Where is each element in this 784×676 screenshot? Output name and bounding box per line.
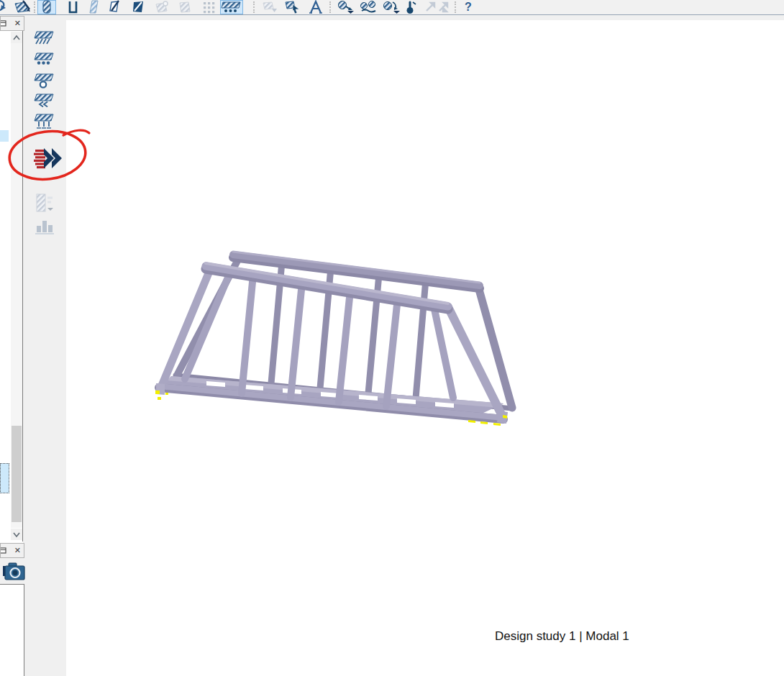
top-toolbar: ? bbox=[0, 0, 784, 15]
velocity-icon[interactable] bbox=[32, 144, 65, 173]
supports-icon[interactable] bbox=[220, 0, 243, 14]
force-load-icon[interactable] bbox=[335, 0, 355, 14]
app-window: { "toolbar": { "help_glyph": "?", "items… bbox=[0, 0, 784, 676]
top-panel-header: ✕ bbox=[0, 16, 24, 31]
measure-icon[interactable] bbox=[306, 0, 325, 14]
slider-support-icon[interactable] bbox=[33, 90, 56, 110]
toolbar-separator bbox=[329, 1, 331, 13]
top-panel bbox=[0, 31, 23, 542]
mesh-refine-icon[interactable] bbox=[152, 0, 171, 14]
bottom-panel-header: ✕ bbox=[0, 543, 24, 558]
rotation-load-icon[interactable] bbox=[380, 0, 401, 14]
pick-material-icon[interactable] bbox=[283, 0, 302, 14]
tree-item-highlight[interactable] bbox=[0, 130, 9, 142]
sketch-part-icon[interactable] bbox=[106, 0, 125, 14]
model-viewport[interactable] bbox=[66, 20, 784, 676]
ball-support-icon[interactable] bbox=[33, 70, 56, 90]
toolbar-lower-band bbox=[0, 15, 784, 20]
scroll-down-icon[interactable] bbox=[11, 529, 22, 540]
toolbar-separator bbox=[253, 1, 255, 13]
orbit-icon[interactable] bbox=[0, 0, 9, 14]
solid-mesh-icon[interactable] bbox=[37, 0, 56, 14]
section-sketch-icon[interactable] bbox=[13, 0, 32, 14]
toolbar-separator bbox=[455, 1, 456, 13]
help-icon[interactable]: ? bbox=[459, 0, 478, 14]
close-icon[interactable]: ✕ bbox=[14, 19, 21, 27]
export-mesh-icon[interactable] bbox=[260, 0, 279, 14]
pressure-load-icon[interactable] bbox=[358, 0, 378, 14]
pin-icon[interactable] bbox=[0, 19, 7, 28]
close-icon[interactable]: ✕ bbox=[14, 547, 21, 554]
snapshot-panel-body bbox=[0, 584, 24, 676]
bottom-panel: ✕ bbox=[0, 543, 26, 676]
scale-arrows-icon[interactable] bbox=[423, 0, 452, 14]
toolbar-separator bbox=[34, 1, 35, 13]
study-caption: Design study 1 | Modal 1 bbox=[495, 629, 629, 644]
help-glyph: ? bbox=[465, 1, 472, 14]
mesh-plain-icon[interactable] bbox=[176, 0, 194, 14]
surface-mesh-icon[interactable] bbox=[85, 0, 104, 14]
temperature-load-icon[interactable] bbox=[403, 0, 419, 14]
snapshot-camera-icon[interactable] bbox=[2, 562, 27, 582]
grid-icon[interactable] bbox=[200, 0, 219, 14]
pinned-support-icon[interactable] bbox=[33, 49, 56, 69]
load-levels-icon[interactable] bbox=[33, 193, 56, 216]
scrollbar-thumb[interactable] bbox=[12, 426, 22, 522]
hollow-part-icon[interactable] bbox=[63, 0, 82, 14]
pin-icon[interactable] bbox=[0, 547, 7, 555]
scroll-up-icon[interactable] bbox=[11, 32, 22, 43]
results-chart-icon[interactable] bbox=[33, 216, 56, 237]
spring-support-icon[interactable] bbox=[33, 110, 56, 132]
fixed-support-icon[interactable] bbox=[33, 27, 56, 47]
tree-item-selected[interactable] bbox=[0, 463, 9, 493]
solid-part-icon[interactable] bbox=[129, 0, 148, 14]
